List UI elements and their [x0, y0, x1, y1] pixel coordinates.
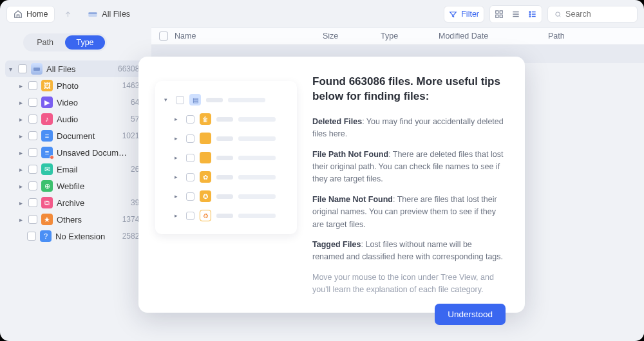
tip-name-not-found: File Name Not Found: There are files tha…: [312, 194, 506, 231]
svg-point-6: [529, 12, 531, 13]
sidebar-mode-toggle: Path Type: [23, 33, 107, 51]
drive-icon: [31, 63, 43, 75]
svg-rect-10: [33, 68, 40, 71]
col-type[interactable]: Type: [381, 32, 439, 41]
drive-icon: ▤: [189, 94, 201, 106]
view-mode-group: [489, 5, 542, 23]
checkbox[interactable]: [28, 215, 37, 224]
col-date[interactable]: Modified Date: [439, 32, 548, 41]
checkbox[interactable]: [28, 131, 37, 140]
home-label: Home: [26, 10, 48, 19]
checkbox[interactable]: [28, 148, 37, 157]
expand-icon[interactable]: ▸: [17, 116, 24, 123]
sidebar-item-photo[interactable]: ▸ 🖼 Photo 14630: [5, 77, 147, 94]
sidebar-item-label: All Files: [46, 64, 114, 74]
sidebar-item-document[interactable]: ▸ ≡ Document 10219: [5, 127, 147, 144]
svg-rect-2: [496, 11, 498, 14]
search-input[interactable]: [565, 10, 630, 19]
sidebar-item-label: Webfile: [57, 181, 140, 191]
up-button: [60, 7, 76, 22]
folder-icon: [200, 133, 211, 144]
sidebar-item-archive[interactable]: ▸ ⧉ Archive 395: [5, 194, 147, 211]
sidebar-item-label: Unsaved Docum…: [57, 148, 135, 158]
detail-list-icon: [528, 10, 537, 19]
breadcrumb[interactable]: All Files: [81, 6, 137, 22]
expand-icon[interactable]: ▸: [17, 99, 24, 106]
view-grid-button[interactable]: [492, 8, 506, 21]
checkbox[interactable]: [27, 232, 36, 241]
home-icon: [14, 10, 23, 19]
expand-icon[interactable]: ▸: [17, 199, 24, 207]
warning-dot-icon: [50, 155, 54, 160]
filter-button[interactable]: Filter: [444, 6, 484, 23]
sidebar-item-label: Audio: [57, 115, 127, 124]
unsaved-doc-icon: ≡: [41, 147, 53, 158]
col-name[interactable]: Name: [175, 32, 323, 41]
sidebar-item-all[interactable]: ▾ All Files 663086: [5, 60, 147, 77]
table-header: Name Size Type Modified Date Path: [151, 27, 644, 45]
video-icon: ▶: [41, 97, 53, 108]
folder-tag-icon: ✪: [200, 190, 211, 202]
checkbox[interactable]: [28, 115, 37, 124]
svg-rect-3: [500, 11, 502, 14]
filter-icon: [449, 10, 457, 19]
up-arrow-icon: [64, 10, 72, 19]
checkbox[interactable]: [18, 64, 27, 73]
sidebar-item-label: Others: [57, 215, 118, 225]
expand-icon[interactable]: ▸: [17, 149, 24, 156]
expand-icon[interactable]: ▾: [6, 66, 14, 73]
document-icon: ≡: [41, 130, 53, 142]
expand-icon[interactable]: ▸: [17, 82, 24, 89]
view-list-button[interactable]: [509, 8, 523, 21]
tip-path-not-found: File Path Not Found: There are deleted f…: [312, 149, 506, 186]
expand-icon[interactable]: ▸: [17, 133, 24, 140]
sidebar-item-noext[interactable]: ? No Extension 25827: [5, 228, 147, 244]
search-box[interactable]: [547, 6, 638, 23]
email-icon: ✉: [41, 163, 53, 175]
view-detail-button[interactable]: [526, 8, 540, 21]
expand-icon[interactable]: ▸: [17, 216, 24, 223]
col-size[interactable]: Size: [323, 32, 381, 41]
folder-gear-icon: ✿: [200, 171, 211, 183]
search-icon: [554, 10, 562, 19]
checkbox[interactable]: [28, 198, 37, 207]
folder-icon: [200, 152, 211, 163]
modal-title: Found 663086 files. More useful tips bel…: [312, 75, 506, 104]
modal-illustration: ▾▤ ▸🗑 ▸ ▸ ▸✿ ▸✪ ▸♻: [155, 81, 297, 234]
sidebar-item-email[interactable]: ▸ ✉ Email 260: [5, 161, 147, 178]
audio-icon: ♪: [41, 113, 53, 125]
sidebar-item-label: Photo: [57, 81, 118, 91]
sidebar-item-label: Email: [57, 165, 127, 174]
folder-recycle-icon: ♻: [200, 210, 211, 221]
sidebar-item-label: Document: [57, 131, 118, 141]
modal-content: Found 663086 files. More useful tips bel…: [312, 75, 506, 299]
home-button[interactable]: Home: [6, 6, 55, 23]
col-path[interactable]: Path: [548, 32, 636, 41]
checkbox[interactable]: [28, 81, 37, 90]
pill-type[interactable]: Type: [65, 35, 105, 50]
pill-path[interactable]: Path: [25, 35, 65, 50]
sidebar-item-webfile[interactable]: ▸ ⊕ Webfile: [5, 178, 147, 194]
tips-modal: ▾▤ ▸🗑 ▸ ▸ ▸✿ ▸✪ ▸♻ Found 663086 files. M…: [138, 57, 525, 313]
sidebar-item-label: Video: [57, 98, 127, 107]
sidebar-item-unsaved[interactable]: ▸ ≡ Unsaved Docum… 7: [5, 144, 147, 161]
sidebar-item-others[interactable]: ▸ ★ Others 13749: [5, 211, 147, 228]
sidebar-item-audio[interactable]: ▸ ♪ Audio 573: [5, 111, 147, 127]
understood-button[interactable]: Understood: [435, 304, 506, 325]
sidebar-item-label: Archive: [57, 198, 127, 208]
expand-icon[interactable]: ▸: [17, 183, 24, 190]
others-icon: ★: [41, 214, 53, 225]
sidebar: Path Type ▾ All Files 663086 ▸ 🖼: [0, 27, 151, 340]
grid-icon: [495, 10, 504, 19]
unknown-icon: ?: [40, 230, 52, 242]
breadcrumb-label: All Files: [102, 10, 130, 19]
tip-tagged: Tagged Files: Lost files without name wi…: [312, 239, 506, 264]
sidebar-item-video[interactable]: ▸ ▶ Video 645: [5, 94, 147, 111]
toolbar: Home All Files Filter: [0, 0, 644, 27]
expand-icon[interactable]: ▸: [17, 166, 24, 173]
checkbox[interactable]: [28, 181, 37, 190]
svg-rect-1: [89, 12, 97, 14]
select-all-checkbox[interactable]: [159, 32, 168, 41]
checkbox[interactable]: [28, 98, 37, 107]
checkbox[interactable]: [28, 165, 37, 174]
